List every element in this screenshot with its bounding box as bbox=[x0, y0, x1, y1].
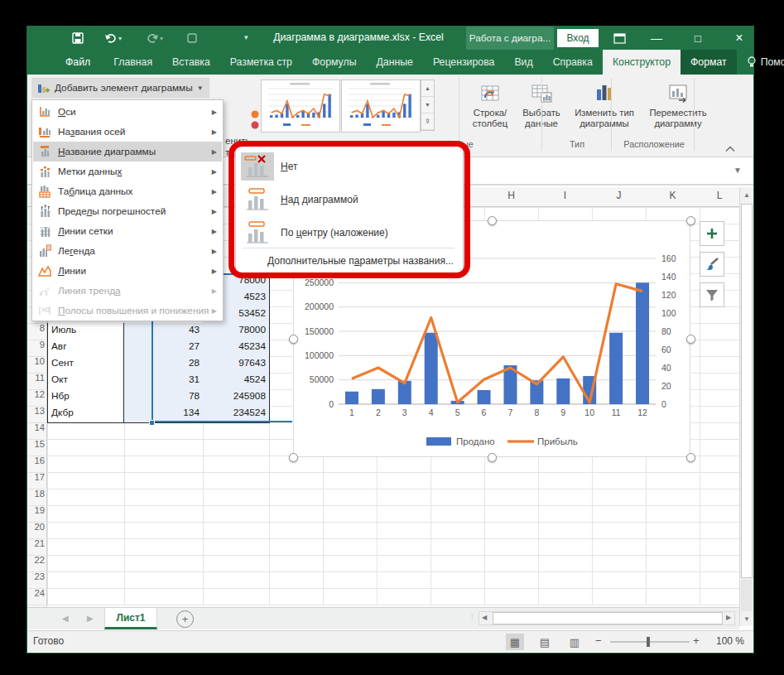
row-header-11[interactable]: 11 bbox=[27, 373, 45, 390]
row-header-9[interactable]: 9 bbox=[27, 340, 45, 357]
chart-resize-handle[interactable] bbox=[686, 453, 695, 462]
hscroll-left-icon[interactable]: ◀ bbox=[482, 614, 487, 621]
menu-item-gridlines[interactable]: Линии сетки▶ bbox=[33, 221, 222, 241]
cell-c9[interactable]: 45234 bbox=[203, 340, 270, 357]
ribbon-tab-file[interactable]: Файл bbox=[52, 50, 103, 75]
column-header-L[interactable]: L bbox=[700, 190, 739, 201]
row-header-10[interactable]: 10 bbox=[27, 356, 45, 374]
cell-c10[interactable]: 97643 bbox=[203, 356, 270, 374]
cell-a13[interactable]: Дкбр bbox=[47, 406, 124, 423]
cell-a12[interactable]: Нбр bbox=[47, 389, 124, 407]
touch-mode-icon[interactable] bbox=[185, 31, 200, 46]
menu-item-data-table[interactable]: Таблица данных▶ bbox=[33, 181, 222, 201]
vscroll-thumb[interactable] bbox=[741, 204, 753, 578]
zoom-slider-knob[interactable] bbox=[647, 637, 650, 647]
ribbon-tab-review[interactable]: Рецензирова bbox=[423, 50, 504, 75]
sheet-nav-left-icon[interactable]: ◀ bbox=[62, 614, 69, 623]
normal-view-icon[interactable]: ▦ bbox=[506, 634, 524, 650]
sign-in-button[interactable]: Вход bbox=[557, 29, 599, 47]
menu-item-updown-bars[interactable]: Полосы повышения и понижения▶ bbox=[33, 301, 222, 321]
cell-b12[interactable]: 78 bbox=[124, 389, 204, 407]
maximize-button[interactable]: □ bbox=[684, 27, 712, 50]
row-header-16[interactable]: 16 bbox=[27, 456, 45, 473]
redo-icon[interactable] bbox=[145, 31, 160, 46]
row-header-24[interactable]: 24 bbox=[27, 588, 45, 605]
zoom-level-label[interactable]: 100 % bbox=[705, 635, 744, 647]
sheet-tab-list1[interactable]: Лист1 bbox=[104, 608, 157, 629]
cell-b10[interactable]: 28 bbox=[124, 356, 204, 374]
chart-resize-handle[interactable] bbox=[686, 335, 695, 344]
gallery-scrollbar[interactable]: ▲ ▼ ⊽ bbox=[421, 80, 435, 131]
chart-elements-button[interactable] bbox=[700, 221, 724, 246]
chart-style-thumbnail-2[interactable] bbox=[341, 80, 421, 133]
row-header-13[interactable]: 13 bbox=[27, 406, 45, 423]
chart-style-thumbnail-1[interactable] bbox=[261, 80, 340, 133]
menu-item-error-bars[interactable]: Пределы погрешностей▶ bbox=[33, 201, 222, 221]
ribbon-tab-home[interactable]: Главная bbox=[103, 50, 162, 75]
column-header-H[interactable]: H bbox=[484, 190, 538, 201]
ribbon-tab-help[interactable]: Справка bbox=[543, 50, 603, 75]
ribbon-tab-view[interactable]: Вид bbox=[504, 50, 542, 75]
row-header-14[interactable]: 14 bbox=[27, 422, 45, 440]
minimize-button[interactable]: — bbox=[642, 27, 671, 50]
save-icon[interactable] bbox=[70, 31, 85, 46]
submenu-item-centered-overlay[interactable]: По центру (наложение) bbox=[238, 216, 461, 249]
menu-item-axis-titles[interactable]: Названия осей▶ bbox=[33, 122, 222, 142]
selection-handle[interactable] bbox=[149, 420, 155, 426]
row-header-18[interactable]: 18 bbox=[27, 489, 45, 506]
cell-b13[interactable]: 134 bbox=[124, 406, 204, 423]
ribbon-tab-format[interactable]: Формат bbox=[681, 50, 737, 75]
menu-item-more-title-options[interactable]: Дополнительные параметры названия... bbox=[238, 251, 461, 271]
chart-resize-handle[interactable] bbox=[488, 216, 497, 225]
column-header-K[interactable]: K bbox=[646, 190, 700, 201]
ribbon-tab-data[interactable]: Данные bbox=[366, 50, 422, 75]
ribbon-display-options-icon[interactable] bbox=[605, 27, 633, 50]
menu-item-chart-title[interactable]: Название диаграммы▶ bbox=[33, 142, 222, 162]
horizontal-scrollbar[interactable]: ◀ ▶ bbox=[479, 611, 735, 625]
zoom-in-icon[interactable]: + bbox=[693, 634, 700, 647]
sheet-nav-right-icon[interactable]: ▶ bbox=[87, 614, 94, 623]
vscroll-track[interactable] bbox=[741, 580, 753, 611]
add-chart-element-button[interactable]: Добавить элемент диаграммы▼ bbox=[31, 78, 209, 98]
submenu-item-above-chart[interactable]: Над диаграммой bbox=[238, 183, 461, 216]
ribbon-tab-formulas[interactable]: Формулы bbox=[302, 50, 367, 75]
close-button[interactable]: × bbox=[725, 27, 753, 50]
tabbar-splitter[interactable]: ⁞ bbox=[471, 613, 474, 621]
cell-a11[interactable]: Окт bbox=[47, 373, 124, 390]
cell-c12[interactable]: 245908 bbox=[203, 389, 270, 407]
vscroll-down-icon[interactable]: ▼ bbox=[741, 612, 753, 625]
vertical-scrollbar[interactable]: ▲ ▼ bbox=[739, 187, 753, 626]
ribbon-tab-design[interactable]: Конструктор bbox=[603, 50, 681, 75]
cell-a8[interactable]: Июль bbox=[47, 323, 124, 340]
redo-dropdown-icon[interactable]: ▾ bbox=[160, 35, 163, 42]
row-header-12[interactable]: 12 bbox=[27, 389, 45, 407]
cell-c8[interactable]: 78000 bbox=[203, 323, 270, 340]
chart-resize-handle[interactable] bbox=[289, 335, 298, 344]
cell-c11[interactable]: 4524 bbox=[203, 373, 270, 390]
undo-icon[interactable] bbox=[103, 31, 118, 46]
cell-b9[interactable]: 27 bbox=[124, 340, 204, 357]
hscroll-thumb[interactable] bbox=[493, 612, 723, 624]
page-layout-view-icon[interactable]: ▤ bbox=[536, 634, 554, 650]
cell-b11[interactable]: 31 bbox=[124, 373, 204, 390]
hscroll-right-icon[interactable]: ▶ bbox=[726, 614, 731, 621]
row-header-22[interactable]: 22 bbox=[27, 555, 45, 572]
menu-item-lines[interactable]: Линии▶ bbox=[33, 261, 222, 281]
gallery-down-icon[interactable]: ▼ bbox=[421, 97, 434, 113]
cell-c13[interactable]: 234524 bbox=[203, 406, 270, 423]
cell-a9[interactable]: Авг bbox=[47, 340, 124, 357]
row-header-21[interactable]: 21 bbox=[27, 538, 45, 556]
add-sheet-icon[interactable]: + bbox=[176, 610, 194, 628]
formula-bar-expand-icon[interactable]: ▼ bbox=[733, 166, 742, 175]
row-header-20[interactable]: 20 bbox=[27, 522, 45, 539]
collapse-ribbon-icon[interactable] bbox=[725, 141, 735, 156]
menu-item-legend[interactable]: Легенда▶ bbox=[33, 241, 222, 261]
chart-styles-button[interactable] bbox=[700, 252, 724, 277]
chart-resize-handle[interactable] bbox=[488, 453, 497, 462]
ribbon-tab-page-layout[interactable]: Разметка стр bbox=[220, 50, 302, 75]
undo-dropdown-icon[interactable]: ▾ bbox=[118, 35, 122, 42]
menu-item-trendline[interactable]: Линия тренда▶ bbox=[33, 281, 222, 301]
zoom-slider-track[interactable] bbox=[610, 641, 690, 643]
row-header-15[interactable]: 15 bbox=[27, 439, 45, 456]
page-break-view-icon[interactable]: ▥ bbox=[565, 634, 584, 650]
